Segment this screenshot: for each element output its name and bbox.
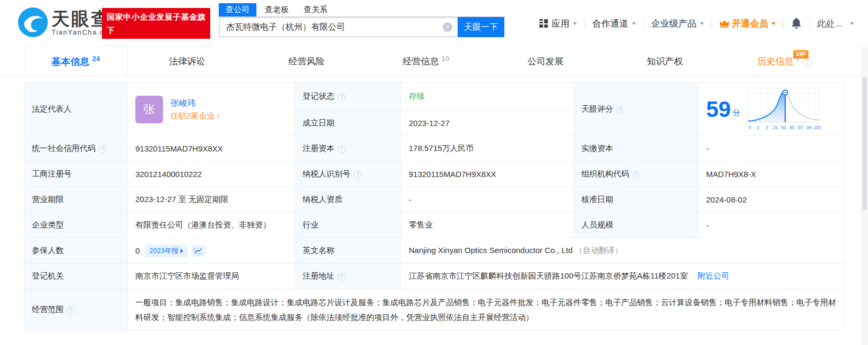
tab-legal-litigation[interactable]: 法律诉讼	[127, 47, 247, 75]
field-label-taxpayer-id: 纳税人识别号?	[295, 162, 401, 187]
bell-icon	[791, 18, 802, 29]
nav-enterprise[interactable]: 企业级产品	[651, 18, 704, 30]
field-label-establish-date: 成立日期	[295, 111, 401, 136]
svg-text:100: 100	[813, 125, 821, 130]
nav-apps-label: 应用	[552, 18, 570, 30]
clear-icon[interactable]: ×	[443, 22, 452, 32]
label-text: 纳税人资质	[303, 195, 342, 204]
field-label-approval-date: 核准日期	[574, 187, 699, 213]
help-icon[interactable]: ?	[67, 306, 75, 314]
search-input[interactable]	[219, 17, 458, 37]
field-value-staff-size: -	[699, 213, 845, 238]
divider	[711, 19, 712, 28]
field-value-approval-date: 2024-08-02	[699, 187, 845, 213]
label-text: 参保人数	[32, 246, 64, 255]
field-label-org-code: 组织机构代码?	[574, 162, 699, 187]
nav-open-vip[interactable]: 开通会员	[719, 18, 776, 30]
nav-apps[interactable]: 应用	[539, 18, 577, 30]
label-text: 实缴资本	[581, 144, 613, 153]
svg-text:97: 97	[798, 125, 803, 130]
help-icon[interactable]: ?	[338, 273, 346, 281]
field-label-business-term: 营业期限	[24, 187, 128, 213]
tab-label: 经营信息	[403, 55, 439, 68]
nearby-companies-link[interactable]: 附近公司	[698, 271, 729, 280]
chevron-down-icon	[632, 22, 636, 25]
legal-rep-positions-link[interactable]: 任职2家企业 ›	[170, 110, 220, 122]
label-text: 行业	[303, 220, 319, 229]
help-icon[interactable]: ?	[354, 171, 362, 179]
search-input-wrap: ×	[219, 17, 458, 37]
search-tab-company[interactable]: 查公司	[219, 3, 256, 16]
nav-enterprise-label: 企业级产品	[651, 18, 697, 30]
chevron-down-icon	[850, 22, 854, 25]
tab-history-info[interactable]: VIP 历史信息 7 ?	[725, 47, 844, 75]
divider	[643, 19, 644, 28]
reg-status-value: 存续	[409, 91, 425, 100]
field-value-company-type: 有限责任公司（港澳台投资、非独资）	[128, 213, 295, 238]
help-icon[interactable]: ?	[99, 145, 107, 153]
field-value-insured-count: 0 2023年报	[128, 238, 295, 264]
search-tab-boss[interactable]: 查老板	[265, 3, 289, 16]
divider	[809, 19, 810, 28]
tab-business-info[interactable]: 经营信息 10	[366, 47, 486, 75]
chevron-down-icon	[771, 22, 776, 25]
label-text: 人员规模	[581, 220, 613, 229]
help-icon[interactable]: ?	[338, 93, 346, 101]
field-label-legal-rep: 法定代表人	[24, 83, 128, 136]
field-value-business-term: 2023-12-27 至 无固定期限	[128, 187, 295, 213]
label-text: 登记状态	[303, 91, 334, 100]
label-text: 英文名称	[303, 246, 334, 255]
search-tab-relation[interactable]: 查关系	[304, 3, 328, 16]
field-label-taxpayer-quality: 纳税人资质	[295, 187, 401, 213]
cert-badge: 国家中小企业发展子基金旗下 官方备案企业征信机构	[102, 8, 210, 39]
chevron-right-icon	[181, 249, 183, 253]
field-label-reg-status: 登记状态?	[295, 83, 401, 111]
svg-text:99: 99	[806, 125, 812, 130]
auto-translate-note: （自动翻译）	[575, 246, 623, 255]
annual-report-badge[interactable]: 2023年报	[145, 245, 187, 257]
legal-rep-name-link[interactable]: 张峻玮	[170, 97, 220, 110]
svg-text:3: 3	[765, 125, 768, 130]
help-icon[interactable]: ?	[338, 145, 346, 153]
tab-label: 法律诉讼	[169, 55, 205, 68]
avatar[interactable]: 张	[135, 96, 163, 123]
field-label-staff-size: 人员规模	[574, 213, 699, 238]
divider	[585, 19, 585, 28]
field-label-reg-capital: 注册资本?	[295, 136, 401, 162]
chevron-down-icon	[573, 22, 577, 25]
tab-company-development[interactable]: 公司发展	[486, 47, 605, 75]
search-area: 查公司 查老板 查关系 × 天眼一下	[219, 3, 505, 37]
search-button[interactable]: 天眼一下	[458, 17, 504, 37]
help-icon[interactable]: ?	[632, 171, 640, 179]
field-label-english-name: 英文名称	[295, 238, 401, 264]
trend-chart-button[interactable]	[192, 245, 205, 257]
apps-grid-icon	[539, 19, 548, 28]
label-text: 登记机关	[32, 271, 64, 280]
insured-count-value: 0	[135, 246, 140, 255]
tab-business-risk[interactable]: 经营风险	[247, 47, 366, 75]
nav-more[interactable]: 此处...	[817, 18, 854, 30]
label-text: 天眼评分	[581, 104, 613, 113]
tianyancha-logo-icon	[18, 7, 48, 38]
header: 天眼查 TianYanCha.com 国家中小企业发展子基金旗下 官方备案企业征…	[0, 0, 868, 47]
tab-basic-info[interactable]: 基本信息 24	[24, 47, 127, 75]
svg-text:15: 15	[772, 125, 778, 130]
tab-intellectual-property[interactable]: 知识产权	[605, 47, 725, 75]
nav-notifications[interactable]	[791, 18, 802, 29]
label-text: 营业期限	[32, 195, 64, 204]
nav-partner[interactable]: 合作通道	[592, 18, 636, 30]
tab-label: 基本信息	[51, 55, 90, 68]
label-text: 工商注册号	[32, 169, 72, 178]
field-value-taxpayer-id: 91320115MAD7H9X8XX	[401, 162, 574, 187]
label-text: 经营范围	[32, 305, 64, 314]
line-chart-icon	[194, 247, 203, 255]
cert-badge-line1: 国家中小企业发展子基金旗下	[107, 10, 205, 37]
help-icon[interactable]: ?	[616, 106, 624, 114]
vertical-scrollbar[interactable]	[861, 48, 868, 345]
field-value-paid-capital: -	[699, 136, 845, 162]
annual-report-label: 2023年报	[149, 246, 178, 256]
scrollbar-thumb[interactable]	[863, 77, 867, 210]
tianyancha-logo[interactable]: 天眼查 TianYanCha.com	[18, 7, 115, 38]
field-value-reg-authority: 南京市江宁区市场监督管理局	[128, 264, 295, 289]
field-value-english-name: Nanjing Xinyan Optics Semiconductor Co.,…	[401, 238, 845, 264]
